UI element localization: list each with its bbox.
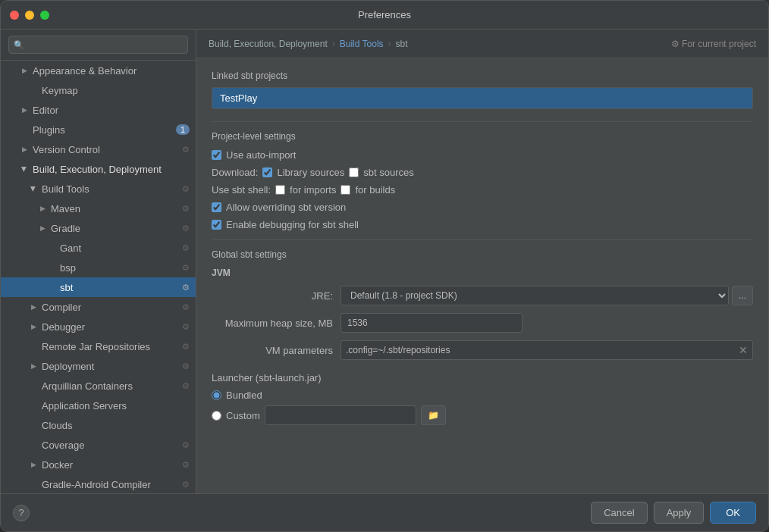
for-builds-checkbox[interactable] [341, 185, 350, 195]
maximize-button[interactable] [40, 11, 49, 20]
sidebar-item-build-execution[interactable]: ▶ Build, Execution, Deployment [1, 159, 196, 179]
sidebar: 🔍 ▶ Appearance & Behavior Keymap ▶ [1, 30, 196, 493]
jre-select[interactable]: Default (1.8 - project SDK) [341, 286, 729, 305]
search-input[interactable] [8, 36, 188, 54]
apply-button[interactable]: Apply [654, 502, 705, 524]
sidebar-item-sbt[interactable]: sbt ⚙ [1, 277, 196, 297]
enable-debugging-text: Enable debugging for sbt shell [226, 219, 359, 230]
jvm-title: JVM [212, 268, 753, 278]
sidebar-item-version-control[interactable]: ▶ Version Control ⚙ [1, 139, 196, 159]
for-builds-label[interactable]: for builds [341, 184, 395, 196]
for-imports-label[interactable]: for imports [275, 184, 336, 196]
global-sbt-title: Global sbt settings [212, 249, 753, 260]
sidebar-item-label: Keymap [42, 85, 78, 96]
minimize-button[interactable] [25, 11, 34, 20]
settings-icon: ⚙ [182, 283, 190, 293]
sbt-sources-text: sbt sources [363, 167, 413, 178]
ok-button[interactable]: OK [710, 502, 756, 524]
launcher-title: Launcher (sbt-launch.jar) [212, 372, 753, 383]
settings-icon: ⚙ [182, 145, 190, 155]
sidebar-item-bsp[interactable]: bsp ⚙ [1, 258, 196, 277]
sidebar-item-debugger[interactable]: ▶ Debugger ⚙ [1, 317, 196, 336]
arrow-icon: ▶ [28, 302, 39, 312]
sidebar-item-docker[interactable]: ▶ Docker ⚙ [1, 455, 196, 474]
for-imports-checkbox[interactable] [275, 185, 285, 195]
sidebar-item-gradle-android[interactable]: Gradle-Android Compiler ⚙ [1, 474, 196, 493]
sidebar-item-editor[interactable]: ▶ Editor [1, 100, 196, 120]
breadcrumb-bar: Build, Execution, Deployment › Build Too… [196, 30, 768, 58]
window-controls [10, 11, 49, 20]
sidebar-item-label: Appearance & Behavior [33, 65, 137, 77]
settings-icon: ⚙ [182, 204, 190, 214]
linked-section-title: Linked sbt projects [212, 70, 753, 81]
jre-browse-button[interactable]: ... [732, 286, 753, 305]
sidebar-item-compiler[interactable]: ▶ Compiler ⚙ [1, 297, 196, 317]
bottom-actions: Cancel Apply OK [591, 502, 756, 524]
allow-overriding-label[interactable]: Allow overriding sbt version [212, 202, 346, 213]
help-button[interactable]: ? [13, 505, 30, 521]
download-row: Download: Library sources sbt sources [212, 167, 753, 178]
sbt-sources-label[interactable]: sbt sources [349, 167, 413, 178]
section-divider [212, 121, 753, 122]
sidebar-item-deployment[interactable]: ▶ Deployment ⚙ [1, 356, 196, 376]
breadcrumb-path2[interactable]: Build Tools [340, 39, 384, 49]
heap-size-row: Maximum heap size, MB [212, 313, 753, 333]
breadcrumb-sep1: › [332, 39, 335, 49]
sidebar-item-label: bsp [60, 262, 76, 274]
heap-size-input[interactable] [341, 313, 523, 333]
sbt-sources-checkbox[interactable] [349, 167, 359, 177]
bundled-radio[interactable] [212, 390, 221, 400]
sidebar-item-appearance[interactable]: ▶ Appearance & Behavior [1, 61, 196, 80]
custom-radio[interactable] [212, 411, 221, 421]
sidebar-item-coverage[interactable]: Coverage ⚙ [1, 435, 196, 455]
sidebar-item-arquillian[interactable]: Arquillian Containers ⚙ [1, 376, 196, 396]
settings-icon: ⚙ [182, 184, 190, 194]
heap-size-label: Maximum heap size, MB [212, 318, 333, 329]
settings-icon: ⚙ [182, 263, 190, 273]
custom-folder-button[interactable]: 📁 [421, 405, 446, 425]
arrow-icon: ▶ [19, 65, 30, 76]
sidebar-item-label: Plugins [33, 124, 65, 136]
linked-project-item[interactable]: TestPlay [212, 88, 752, 108]
sidebar-item-clouds[interactable]: Clouds [1, 415, 196, 435]
bottom-bar: ? Cancel Apply OK [1, 493, 768, 531]
vm-params-label: VM parameters [212, 345, 333, 356]
enable-debugging-label[interactable]: Enable debugging for sbt shell [212, 219, 359, 230]
library-sources-label[interactable]: Library sources [262, 167, 344, 178]
sidebar-item-label: Arquillian Containers [42, 380, 133, 392]
library-sources-checkbox[interactable] [262, 167, 272, 177]
enable-debugging-checkbox[interactable] [212, 220, 221, 230]
sidebar-item-gant[interactable]: Gant ⚙ [1, 238, 196, 258]
cancel-button[interactable]: Cancel [591, 502, 647, 524]
sidebar-item-keymap[interactable]: Keymap [1, 80, 196, 100]
settings-icon: ⚙ [182, 342, 190, 352]
sidebar-item-app-servers[interactable]: Application Servers [1, 396, 196, 415]
arrow-icon: ▶ [19, 105, 30, 115]
sidebar-list: ▶ Appearance & Behavior Keymap ▶ Editor … [1, 61, 196, 493]
linked-projects-list: TestPlay [212, 87, 753, 109]
use-auto-import-label[interactable]: Use auto-import [212, 149, 296, 161]
sidebar-item-label: Maven [51, 203, 80, 214]
arrow-icon: ▶ [28, 459, 39, 470]
sidebar-item-gradle[interactable]: ▶ Gradle ⚙ [1, 218, 196, 238]
sidebar-item-maven[interactable]: ▶ Maven ⚙ [1, 199, 196, 218]
arrow-icon: ▶ [28, 361, 39, 371]
project-level-title: Project-level settings [212, 131, 753, 142]
allow-overriding-checkbox[interactable] [212, 202, 221, 212]
use-auto-import-checkbox[interactable] [212, 150, 221, 160]
sidebar-item-label: Clouds [42, 420, 72, 431]
sidebar-item-remote-jar[interactable]: Remote Jar Repositories ⚙ [1, 336, 196, 356]
custom-path-input[interactable] [265, 405, 416, 425]
sidebar-item-label: Debugger [42, 321, 85, 333]
sidebar-item-label: Compiler [42, 302, 81, 313]
sidebar-item-label: Version Control [33, 144, 100, 155]
vm-params-input[interactable] [346, 345, 739, 355]
panel-content: Linked sbt projects TestPlay Project-lev… [196, 58, 768, 493]
library-sources-text: Library sources [277, 167, 344, 178]
close-button[interactable] [10, 11, 19, 20]
sidebar-item-build-tools[interactable]: ▶ Build Tools ⚙ [1, 179, 196, 199]
sidebar-item-label: Gradle [51, 223, 80, 234]
vm-clear-button[interactable]: ✕ [739, 344, 748, 356]
breadcrumb-sep2: › [388, 39, 391, 49]
sidebar-item-plugins[interactable]: Plugins 1 [1, 120, 196, 139]
